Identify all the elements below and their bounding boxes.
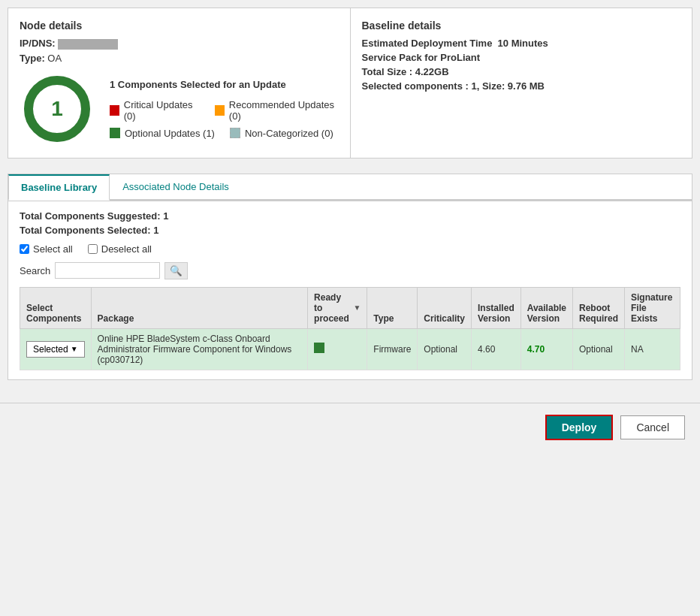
th-criticality: Criticality — [418, 287, 472, 328]
donut-chart: 1 — [20, 71, 95, 146]
sort-arrow-ready: ▼ — [353, 303, 361, 312]
type-value: OA — [47, 53, 62, 64]
search-row: Search 🔍 — [20, 262, 680, 279]
baseline-details-title: Baseline details — [362, 20, 681, 32]
deselect-all-checkbox[interactable] — [88, 244, 98, 254]
selected-label: Total Components Selected: 1 — [20, 225, 158, 236]
th-package: Package — [91, 287, 307, 328]
noncategorized-label: Non-Categorized (0) — [245, 128, 333, 139]
th-ready-label: Ready toproceed — [314, 292, 350, 324]
node-details-panel: Node details IP/DNS: Type: OA — [8, 8, 351, 158]
optional-dot — [110, 128, 120, 138]
total-size-label: Total Size : — [362, 66, 413, 77]
estimated-value: 10 Minutes — [498, 38, 548, 49]
deselect-all-text: Deselect all — [101, 243, 152, 255]
service-pack-label: Service Pack for ProLiant — [362, 52, 481, 63]
th-signature-file: SignatureFile Exists — [624, 287, 680, 328]
ip-value — [58, 39, 118, 50]
updates-legend: 1 Components Selected for an Update Crit… — [110, 79, 339, 139]
suggested-label: Total Components Suggested: 1 — [20, 210, 168, 222]
legend-critical: Critical Updates (0) — [110, 99, 200, 122]
th-installed-version: InstalledVersion — [472, 287, 521, 328]
recommended-dot — [215, 105, 225, 116]
select-all-text: Select all — [33, 243, 73, 255]
components-table: SelectComponents Package Ready toproceed… — [20, 287, 680, 370]
legend-recommended: Recommended Updates (0) — [215, 99, 338, 122]
selected-components-label: Selected components : — [362, 80, 469, 92]
bottom-bar: Deploy Cancel — [0, 403, 700, 451]
th-reboot-required: RebootRequired — [572, 287, 624, 328]
critical-label: Critical Updates (0) — [124, 99, 200, 122]
tab-content: Total Components Suggested: 1 Total Comp… — [8, 201, 692, 380]
cell-available-version: 4.70 — [520, 328, 572, 370]
critical-dot — [110, 105, 119, 116]
selected-summary: Total Components Selected: 1 — [20, 225, 680, 236]
noncategorized-dot — [230, 128, 240, 138]
search-input[interactable] — [55, 262, 160, 279]
th-type: Type — [367, 287, 418, 328]
cell-installed-version: 4.60 — [472, 328, 521, 370]
selected-components-value: 1, Size: 9.76 MB — [471, 80, 545, 92]
cell-reboot-required: Optional — [572, 328, 624, 370]
donut-number: 1 — [51, 97, 63, 121]
suggested-summary: Total Components Suggested: 1 — [20, 210, 680, 222]
tabs-section: Baseline Library Associated Node Details — [8, 174, 692, 201]
node-details-title: Node details — [20, 20, 339, 32]
th-ready[interactable]: Ready toproceed ▼ — [308, 287, 367, 328]
controls-row: Select all Deselect all — [20, 243, 680, 255]
select-all-checkbox[interactable] — [20, 244, 29, 254]
cancel-button[interactable]: Cancel — [620, 415, 685, 439]
tab-bar: Baseline Library Associated Node Details — [8, 174, 692, 201]
tab-associated-node-details[interactable]: Associated Node Details — [110, 174, 242, 201]
th-select-components: SelectComponents — [20, 287, 92, 328]
cell-select[interactable]: Selected ▼ — [20, 328, 92, 370]
th-available-version: AvailableVersion — [520, 287, 572, 328]
cell-type: Firmware — [367, 328, 418, 370]
optional-label: Optional Updates (1) — [125, 128, 215, 139]
baseline-details-panel: Baseline details Estimated Deployment Ti… — [351, 8, 692, 158]
type-label: Type: — [20, 53, 45, 64]
ip-label: IP/DNS: — [20, 38, 56, 49]
legend-optional: Optional Updates (1) — [110, 128, 215, 139]
select-all-label[interactable]: Select all — [20, 243, 73, 255]
selected-button-label: Selected — [33, 344, 68, 355]
deselect-all-label[interactable]: Deselect all — [88, 243, 152, 255]
total-size-value: 4.22GB — [415, 66, 449, 77]
legend-noncategorized: Non-Categorized (0) — [230, 128, 333, 139]
selected-button[interactable]: Selected ▼ — [26, 341, 85, 358]
estimated-label: Estimated Deployment Time — [362, 38, 493, 49]
ready-indicator — [314, 343, 324, 353]
components-summary: 1 Components Selected for an Update — [110, 79, 339, 90]
cell-criticality: Optional — [418, 328, 472, 370]
search-label: Search — [20, 265, 50, 276]
recommended-label: Recommended Updates (0) — [229, 99, 339, 122]
cell-package: Online HPE BladeSystem c-Class Onboard A… — [91, 328, 307, 370]
cell-ready — [308, 328, 367, 370]
selected-button-arrow: ▼ — [71, 345, 78, 353]
tab-baseline-library[interactable]: Baseline Library — [8, 174, 110, 201]
deploy-button[interactable]: Deploy — [545, 415, 614, 440]
table-row: Selected ▼ Online HPE BladeSystem c-Clas… — [20, 328, 680, 370]
search-button[interactable]: 🔍 — [164, 262, 188, 279]
cell-signature-file: NA — [624, 328, 680, 370]
